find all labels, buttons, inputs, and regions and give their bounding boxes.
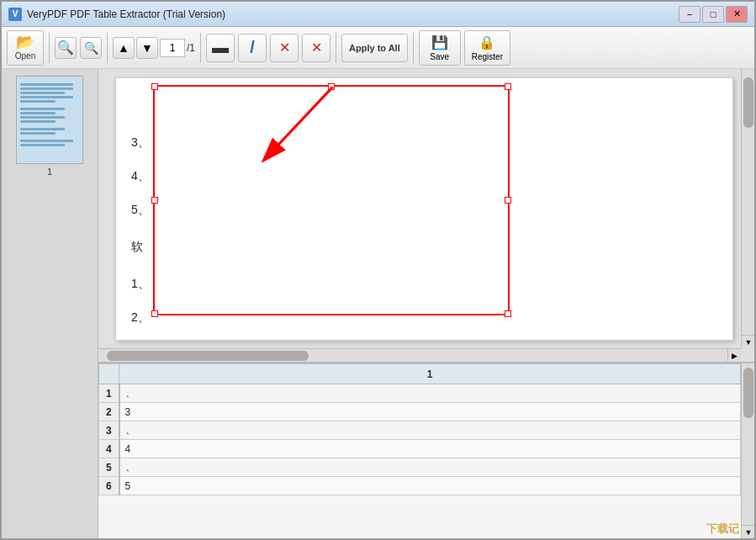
handle-br[interactable]	[505, 310, 511, 317]
scroll-right-arrow[interactable]: ▶	[727, 349, 741, 362]
sep-4	[336, 33, 336, 63]
row-num-cell: 1	[99, 384, 119, 403]
handle-tl[interactable]	[151, 83, 158, 90]
window-controls: − □ ✕	[679, 6, 748, 23]
extracted-data-table: 1 1、233、445、65	[98, 363, 741, 495]
app-title: VeryPDF PDF Table Extractor (Trial Versi…	[27, 8, 679, 20]
thumbnail-item-1[interactable]: 1	[16, 76, 83, 177]
delete-line-icon: ✕	[279, 40, 290, 56]
data-table-container: 1 1、233、445、65 ▼	[98, 363, 754, 538]
row-data-cell: 5	[119, 477, 741, 495]
selection-rectangle[interactable]	[153, 85, 510, 315]
delete-all-icon: ✕	[311, 40, 322, 56]
handle-tr[interactable]	[505, 83, 511, 90]
draw-line-button[interactable]: /	[238, 34, 267, 62]
page-up-button[interactable]: ▲	[113, 37, 135, 59]
main-area: 1	[2, 69, 754, 538]
pdf-scroll-h-thumb[interactable]	[107, 351, 309, 361]
delete-all-button[interactable]: ✕	[302, 34, 330, 62]
select-table-button[interactable]: ▬	[206, 34, 235, 62]
register-button[interactable]: 🔒 Register	[464, 30, 510, 66]
zoom-out-icon: 🔍	[84, 41, 98, 55]
data-table-area: 1 1、233、445、65 ▼ 下载记	[98, 362, 754, 538]
save-icon: 💾	[431, 34, 448, 50]
thumbnail-page-num-1: 1	[47, 167, 52, 177]
row-num-cell: 6	[99, 477, 119, 495]
table-row: 1、	[99, 384, 741, 403]
handle-mr[interactable]	[505, 197, 511, 204]
open-label: Open	[15, 51, 35, 61]
row-num-cell: 3	[99, 421, 119, 440]
row-num-cell: 4	[99, 440, 119, 458]
app-icon: V	[8, 8, 22, 21]
page-down-button[interactable]: ▼	[136, 37, 158, 59]
handle-tc[interactable]	[328, 83, 335, 90]
thumbnail-image-1	[16, 76, 83, 164]
row-data-cell: 4	[119, 440, 741, 458]
page-nav: ▲ ▼ /1	[113, 30, 195, 66]
row-data-cell: 、	[119, 458, 741, 477]
pdf-text-6: 2、	[131, 310, 150, 326]
pdf-page: 3、 4、 5、 软 1、 2、	[115, 77, 733, 341]
zoom-out-button[interactable]: 🔍	[80, 37, 102, 59]
pdf-text-2: 4、	[131, 169, 150, 184]
pdf-text-1: 3、	[131, 135, 150, 151]
pdf-viewer[interactable]: 3、 4、 5、 软 1、 2、	[98, 69, 754, 362]
table-row: 65	[99, 477, 741, 495]
table-scroll-down-arrow[interactable]: ▼	[742, 525, 754, 538]
table-body: 1、233、445、65	[99, 384, 741, 495]
sep-5	[413, 33, 414, 63]
draw-line-icon: /	[250, 38, 255, 57]
maximize-button[interactable]: □	[702, 6, 724, 23]
content-area: 3、 4、 5、 软 1、 2、	[98, 69, 754, 538]
row-data-cell: 、	[119, 421, 741, 440]
handle-ml[interactable]	[151, 197, 158, 204]
table-scroll-v-thumb[interactable]	[743, 368, 753, 418]
col-1-header: 1	[119, 364, 741, 384]
pdf-text-3: 5、	[131, 203, 150, 218]
apply-to-all-label: Apply to All	[349, 43, 400, 53]
sep-1	[49, 33, 50, 63]
pdf-scroll-v-thumb[interactable]	[743, 77, 753, 128]
open-button[interactable]: 📂 Open	[7, 30, 44, 66]
pdf-text-4: 软	[131, 240, 143, 255]
title-bar: V VeryPDF PDF Table Extractor (Trial Ver…	[2, 2, 754, 27]
delete-line-button[interactable]: ✕	[270, 34, 299, 62]
row-num-cell: 5	[99, 458, 119, 477]
toolbar: 📂 Open 🔍 🔍 ▲ ▼ /1 ▬ / ✕ ✕ Apply to All	[2, 27, 754, 69]
row-num-header	[99, 364, 119, 384]
table-row: 44	[99, 440, 741, 458]
row-num-cell: 2	[99, 403, 119, 421]
sep-3	[200, 33, 201, 63]
sep-2	[107, 33, 108, 63]
table-row: 3、	[99, 421, 741, 440]
row-data-cell: 3	[119, 403, 741, 421]
save-button[interactable]: 💾 Save	[419, 30, 461, 66]
row-data-cell: 、	[119, 384, 741, 403]
table-vertical-scrollbar[interactable]: ▼	[741, 363, 754, 538]
page-total: /1	[187, 42, 195, 54]
pdf-text-5: 1、	[131, 277, 150, 292]
save-label: Save	[430, 52, 449, 61]
thumbnail-sidebar: 1	[2, 69, 98, 538]
register-label: Register	[472, 52, 503, 61]
zoom-in-icon: 🔍	[57, 40, 74, 56]
handle-bl[interactable]	[151, 310, 158, 317]
close-button[interactable]: ✕	[726, 6, 748, 23]
scroll-down-arrow[interactable]: ▼	[742, 335, 754, 348]
pdf-horizontal-scrollbar[interactable]: ▶	[98, 348, 741, 362]
pdf-vertical-scrollbar[interactable]: ▼	[741, 69, 754, 348]
open-icon: 📂	[16, 34, 34, 50]
apply-to-all-button[interactable]: Apply to All	[341, 34, 408, 62]
select-table-icon: ▬	[212, 38, 229, 57]
minimize-button[interactable]: −	[679, 6, 700, 23]
table-row: 5、	[99, 458, 741, 477]
page-input[interactable]	[160, 39, 185, 57]
table-row: 23	[99, 403, 741, 421]
register-icon: 🔒	[478, 34, 495, 50]
zoom-in-button[interactable]: 🔍	[55, 37, 77, 59]
